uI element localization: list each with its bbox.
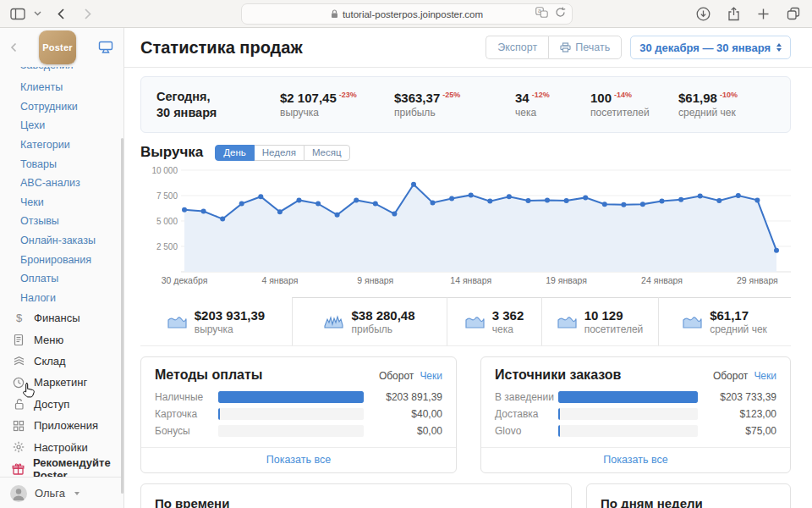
- svg-text:$: $: [15, 312, 22, 324]
- payment-methods-row-3: Бонусы$0,00: [141, 422, 456, 439]
- payment-methods-row-label: Наличные: [155, 391, 211, 403]
- delta-badge: -23%: [339, 91, 357, 99]
- order-sources-row-label: Glovo: [495, 425, 551, 437]
- translate-icon[interactable]: a: [535, 7, 548, 18]
- chart-tab-2[interactable]: Неделя: [254, 145, 304, 161]
- print-button[interactable]: Печать: [548, 36, 622, 59]
- share-icon[interactable]: [727, 7, 740, 21]
- area-sparkline-icon: [465, 315, 485, 329]
- totals-label: чека: [492, 323, 524, 335]
- sidebar-item-6[interactable]: Товары: [0, 154, 123, 174]
- order-sources-toggle-receipts[interactable]: Чеки: [754, 370, 776, 382]
- order-sources-toggle-turnover[interactable]: Оборот: [713, 370, 748, 382]
- sidebar-section-2[interactable]: Меню: [0, 329, 123, 351]
- revenue-chart: 10 0007 5005 0002 50030 декабря4 января9…: [140, 163, 791, 289]
- sidebar-item-4[interactable]: Цехи: [0, 116, 123, 135]
- order-sources-card: Источники заказовОборотЧекиВ заведении$2…: [480, 356, 791, 473]
- sidebar-item-1[interactable]: Заведения: [0, 67, 123, 78]
- sidebar-section-label: Маркетинг: [34, 376, 87, 389]
- terminal-icon[interactable]: [98, 41, 113, 54]
- back-icon[interactable]: [57, 8, 65, 20]
- sidebar-item-12[interactable]: Оплаты: [0, 269, 123, 289]
- user-name: Ольга: [35, 487, 65, 500]
- order-sources-bar: [558, 425, 560, 437]
- svg-text:2 500: 2 500: [156, 242, 178, 251]
- forward-icon[interactable]: [84, 8, 92, 20]
- order-sources-toggle: ОборотЧеки: [713, 370, 776, 382]
- totals-tab-2[interactable]: $38 280,48прибыль: [292, 297, 447, 345]
- area-sparkline-icon: [167, 315, 187, 329]
- sidebar-item-7[interactable]: ABC-анализ: [0, 174, 123, 193]
- export-button[interactable]: Экспорт: [486, 36, 548, 59]
- order-sources-row-label: Доставка: [495, 408, 551, 420]
- sidebar-item-8[interactable]: Чеки: [0, 193, 123, 213]
- header-divider: [124, 67, 812, 68]
- today-stat-label: чека: [515, 107, 590, 119]
- sidebar-section-label: Приложения: [34, 419, 98, 432]
- sidebar-scrollbar[interactable]: [121, 138, 123, 494]
- sidebar-item-9[interactable]: Отзывы: [0, 212, 123, 231]
- apps-icon: [12, 420, 25, 432]
- sidebar-section-6[interactable]: Приложения: [0, 415, 123, 436]
- svg-text:4 января: 4 января: [261, 275, 298, 285]
- sidebar-item-2[interactable]: Клиенты: [0, 78, 123, 97]
- today-stat-label: средний чек: [678, 107, 775, 119]
- sidebar-item-11[interactable]: Бронирования: [0, 250, 123, 269]
- sidebar-section-7[interactable]: Настройки: [0, 436, 123, 457]
- chevron-down-icon[interactable]: [34, 11, 41, 16]
- payment-methods-toggle-receipts[interactable]: Чеки: [420, 370, 442, 382]
- sidebar-item-10[interactable]: Онлайн-заказы: [0, 231, 123, 251]
- settings-icon: [12, 441, 25, 453]
- sidebar-section-label: Склад: [34, 355, 66, 367]
- order-sources-row-1: В заведении$203 733,39: [481, 389, 790, 406]
- totals-value: $61,17: [710, 308, 767, 323]
- browser-toolbar: tutorial-posterpos.joinposter.com a: [0, 0, 812, 28]
- by-time-panel: По времени20 000: [140, 483, 572, 508]
- order-sources-row-3: Glovo$75,00: [481, 422, 790, 439]
- totals-tab-4[interactable]: 10 129посетителей: [541, 297, 658, 345]
- delta-badge: -12%: [532, 91, 550, 99]
- sidebar-section-4[interactable]: Маркетинг: [0, 372, 123, 393]
- chart-title: Выручка: [140, 144, 203, 161]
- address-bar[interactable]: tutorial-posterpos.joinposter.com a: [241, 3, 573, 25]
- chart-tab-1[interactable]: День: [215, 145, 255, 161]
- delta-badge: -25%: [442, 91, 460, 99]
- order-sources-row-2: Доставка$123,00: [481, 406, 790, 422]
- order-sources-show-all-link[interactable]: Показать все: [481, 447, 790, 472]
- payment-methods-show-all-link[interactable]: Показать все: [141, 447, 456, 472]
- payment-methods-row-2: Карточка$40,00: [141, 406, 456, 422]
- sidebar-section-5[interactable]: Доступ: [0, 394, 123, 415]
- date-range-select[interactable]: 30 декабря — 30 января: [630, 36, 791, 59]
- downloads-icon[interactable]: [696, 7, 710, 21]
- poster-logo[interactable]: Poster: [39, 30, 76, 64]
- bottom-panel-title: По дням недели: [601, 496, 776, 508]
- new-tab-icon[interactable]: [757, 8, 770, 20]
- bottom-panel-title: По времени: [155, 496, 557, 508]
- chart-tab-3[interactable]: Месяц: [304, 145, 350, 161]
- payment-methods-bar: [218, 408, 220, 420]
- reload-icon[interactable]: [555, 7, 566, 18]
- sidebar-section-label: Финансы: [34, 312, 80, 324]
- sidebar-item-13[interactable]: Налоги: [0, 289, 123, 308]
- totals-tab-1[interactable]: $203 931,39выручка: [140, 297, 292, 345]
- payment-methods-toggle-turnover[interactable]: Оборот: [379, 370, 414, 382]
- sidebar-item-5[interactable]: Категории: [0, 135, 123, 155]
- order-sources-row-label: В заведении: [495, 391, 551, 403]
- area-sparkline-icon: [557, 315, 577, 329]
- totals-tab-5[interactable]: $61,17средний чек: [658, 297, 791, 345]
- sidebar-toggle-icon[interactable]: [10, 8, 25, 20]
- sidebar-section-3[interactable]: Склад: [0, 351, 123, 372]
- sidebar-section-1[interactable]: $Финансы: [0, 307, 123, 329]
- collapse-sidebar-icon[interactable]: [10, 42, 17, 52]
- payment-methods-bar-track: [218, 391, 364, 403]
- today-summary-card: Сегодня,30 января $2 107,45-23%выручка$3…: [140, 76, 791, 133]
- sidebar-section-label: Доступ: [34, 398, 69, 411]
- avatar: [10, 485, 27, 502]
- url-text: tutorial-posterpos.joinposter.com: [343, 9, 483, 19]
- svg-text:30 декабря: 30 декабря: [162, 275, 208, 285]
- totals-tab-3[interactable]: 3 362чека: [447, 297, 541, 345]
- user-menu[interactable]: Ольга: [0, 477, 123, 508]
- payment-methods-card: Методы оплатыОборотЧекиНаличные$203 891,…: [140, 356, 457, 473]
- sidebar-item-3[interactable]: Сотрудники: [0, 97, 123, 117]
- tab-overview-icon[interactable]: [787, 7, 800, 20]
